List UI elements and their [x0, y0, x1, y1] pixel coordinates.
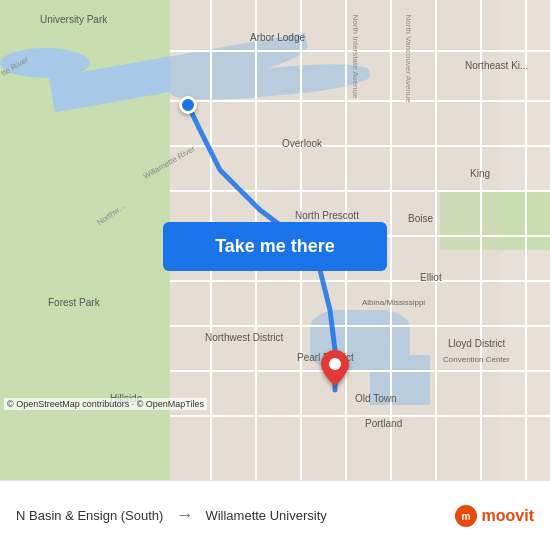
street-v5	[390, 0, 392, 480]
street-h4	[170, 190, 550, 192]
street-v7	[480, 0, 482, 480]
moovit-icon: m	[454, 504, 478, 528]
street-h9	[170, 415, 550, 417]
svg-text:m: m	[461, 511, 470, 522]
route-info: N Basin & Ensign (South) → Willamette Un…	[16, 505, 454, 526]
origin-marker	[179, 96, 197, 114]
street-h8	[170, 370, 550, 372]
svg-point-0	[329, 358, 341, 370]
street-v6	[435, 0, 437, 480]
bottom-bar: N Basin & Ensign (South) → Willamette Un…	[0, 480, 550, 550]
street-v8	[525, 0, 527, 480]
destination-marker	[321, 350, 349, 390]
moovit-logo: m moovit	[454, 504, 534, 528]
street-h1	[170, 50, 550, 52]
map-attribution: © OpenStreetMap contributors · © OpenMap…	[4, 398, 207, 410]
street-h6	[170, 280, 550, 282]
route-to: Willamette University	[205, 508, 326, 523]
route-arrow-icon: →	[175, 505, 193, 526]
moovit-text: moovit	[482, 507, 534, 525]
street-h2	[170, 100, 550, 102]
take-me-there-button[interactable]: Take me there	[163, 222, 387, 271]
map-container: University Park Arbor Lodge Overlook Nor…	[0, 0, 550, 480]
route-from: N Basin & Ensign (South)	[16, 508, 163, 523]
street-h7	[170, 325, 550, 327]
street-h3	[170, 145, 550, 147]
